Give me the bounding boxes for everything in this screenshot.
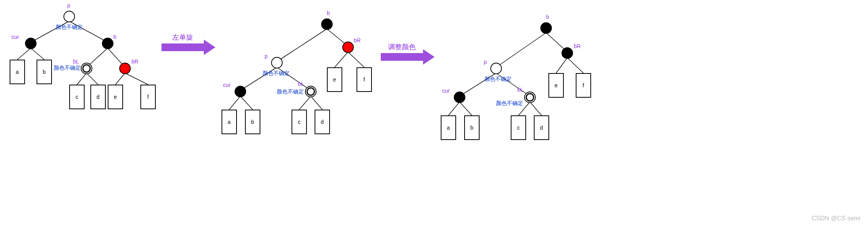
svg-line-24: [556, 58, 567, 73]
svg-line-29: [530, 102, 541, 115]
node2-bL: [305, 86, 317, 97]
leaf-c: c: [69, 85, 85, 109]
node2-bR: [342, 42, 354, 53]
label-bL: bL: [73, 58, 79, 65]
note3-p-unknown: 颜色不确定: [485, 76, 511, 83]
label-b: b: [113, 34, 117, 40]
leaf3-f: f: [576, 73, 591, 98]
note3-bL-unknown: 颜色不确定: [496, 100, 523, 107]
watermark: CSDN @CS semi: [812, 215, 860, 222]
arrow-left-rotate: 左单旋: [162, 33, 204, 51]
label3-bR: bR: [574, 43, 581, 49]
leaf3-c: c: [511, 115, 526, 140]
label-cur: cur: [12, 34, 19, 40]
node-bR: [119, 63, 131, 74]
leaf-b: b: [37, 60, 52, 84]
leaf3-b: b: [464, 115, 480, 140]
label2-p: p: [265, 53, 268, 59]
label3-bL: bL: [517, 87, 523, 93]
arrow-recolor: 调整颜色: [381, 42, 423, 61]
label-p: p: [67, 2, 70, 8]
edges-layer: [0, 0, 868, 225]
label2-bR: bR: [354, 37, 361, 43]
leaf3-e: e: [548, 73, 564, 98]
label3-cur: cur: [442, 88, 450, 94]
note2-p-unknown: 颜色不确定: [263, 70, 290, 77]
leaf2-e: e: [327, 67, 342, 92]
label-bR: bR: [132, 58, 138, 65]
leaf3-d: d: [534, 115, 549, 140]
node-cur: [25, 38, 37, 49]
node3-cur: [454, 92, 465, 103]
svg-line-10: [277, 29, 327, 62]
svg-line-19: [311, 96, 322, 110]
node3-b: [540, 22, 552, 34]
node3-bL: [524, 92, 536, 103]
node-b: [102, 38, 113, 49]
label2-cur: cur: [223, 82, 230, 88]
label2-b: b: [327, 10, 330, 16]
svg-line-20: [496, 33, 546, 67]
leaf2-f: f: [357, 67, 372, 92]
leaf-a: a: [10, 60, 25, 84]
leaf-f: f: [140, 85, 156, 109]
note2-bL-unknown: 颜色不确定: [277, 88, 304, 95]
arrow-label-2: 调整颜色: [388, 42, 416, 52]
svg-line-6: [77, 73, 87, 85]
svg-line-27: [460, 102, 472, 115]
leaf2-a: a: [222, 110, 237, 134]
leaf-d: d: [90, 85, 106, 109]
node-bL: [81, 63, 92, 74]
svg-line-25: [567, 58, 583, 73]
svg-line-26: [448, 102, 460, 115]
node2-b: [321, 18, 333, 30]
label2-bL: bL: [298, 81, 304, 87]
svg-line-7: [87, 73, 98, 85]
leaf2-d: d: [315, 110, 330, 134]
svg-line-9: [125, 73, 148, 85]
node-p: [63, 11, 75, 22]
node3-bR: [561, 47, 573, 59]
svg-line-14: [335, 52, 348, 67]
svg-line-17: [240, 96, 253, 110]
note-p-unknown: 颜色不确定: [56, 24, 83, 31]
label3-p: p: [484, 59, 487, 65]
node2-cur: [235, 86, 246, 97]
leaf2-b: b: [245, 110, 260, 134]
svg-line-3: [31, 48, 44, 60]
svg-line-18: [299, 96, 311, 110]
leaf2-c: c: [292, 110, 307, 134]
node3-p: [490, 63, 502, 74]
svg-line-16: [229, 96, 240, 110]
svg-line-2: [17, 48, 31, 60]
svg-line-8: [115, 73, 125, 85]
svg-line-15: [348, 52, 364, 67]
arrow-label-1: 左单旋: [172, 33, 193, 42]
leaf3-a: a: [441, 115, 456, 140]
note-bL-unknown: 颜色不确定: [54, 65, 81, 72]
node2-p: [271, 57, 283, 68]
leaf-e: e: [108, 85, 123, 109]
label3-b: b: [546, 14, 549, 20]
